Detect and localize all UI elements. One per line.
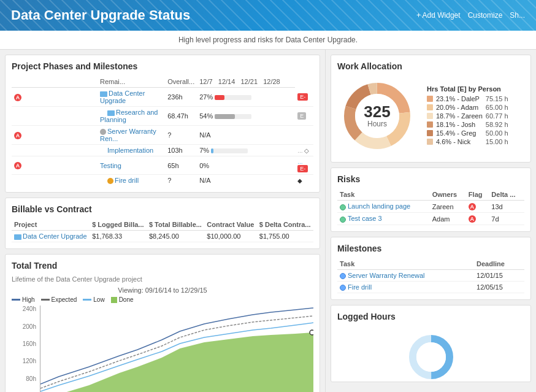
alloc-swatch	[427, 113, 433, 119]
milestone-task-cell[interactable]: Server Warranty Renewal	[337, 270, 474, 282]
risk-flag-cell: A	[466, 201, 489, 213]
alloc-row: 23.1% - DaleP75.15 h	[427, 95, 508, 102]
billable-table: Project $ Logged Billa... $ Total Billab…	[12, 219, 313, 242]
risk-task-cell[interactable]: Test case 3	[337, 213, 430, 225]
gantt-cell: ... ◇	[295, 145, 313, 156]
trend-chart-area	[40, 306, 313, 392]
legend-expected-color	[41, 299, 50, 301]
alloc-value: 65.00 h	[486, 104, 508, 111]
svg-point-1	[310, 330, 313, 335]
overall-cell: 0%	[197, 156, 295, 175]
task-name-cell[interactable]: Testing	[98, 156, 165, 175]
alloc-value: 75.15 h	[486, 95, 508, 102]
task-name-cell[interactable]: Data Center Upgrade	[98, 88, 165, 107]
task-name-text[interactable]: Testing	[100, 162, 121, 169]
task-link[interactable]: Server Warranty Renewal	[348, 272, 425, 279]
risk-delta-cell: 7d	[489, 213, 524, 225]
billable-title: Billable vs Contract	[12, 204, 313, 214]
alloc-row: 20.0% - Adam65.00 h	[427, 104, 508, 111]
alloc-label: 18.1% - Josh	[436, 121, 475, 128]
risks-rows: Launch landing pageZareenA13dTest case 3…	[337, 201, 524, 225]
task-name-text[interactable]: Implementation	[107, 147, 153, 154]
remaining-cell: ?	[165, 175, 197, 186]
logged-body	[337, 326, 524, 375]
alloc-value: 15.00 h	[486, 138, 508, 145]
task-icon	[107, 178, 113, 184]
circle-icon	[340, 217, 346, 223]
task-name-cell[interactable]: Implementation	[98, 145, 165, 156]
task-name-text[interactable]: Fire drill	[115, 177, 139, 184]
gantt-cell	[295, 126, 313, 145]
legend-high-color	[12, 299, 20, 301]
flag-cell: A	[12, 126, 98, 145]
logged-hours-panel: Logged Hours	[331, 305, 531, 382]
y-label-200: 200h	[17, 323, 36, 330]
milestones-rows: Server Warranty Renewal12/01/15Fire dril…	[337, 270, 524, 293]
alloc-row: 4.6% - Nick15.00 h	[427, 138, 508, 145]
legend-high-label: High	[22, 296, 35, 303]
donut-center: 325 Hours	[364, 104, 390, 128]
circle-icon	[340, 273, 346, 279]
add-widget-button[interactable]: + Add Widget	[416, 11, 461, 20]
remaining-cell: 236h	[165, 88, 197, 107]
y-label-160: 160h	[17, 340, 36, 347]
work-alloc-body: 325 Hours Hrs Total [E] by Person 23.1% …	[337, 76, 524, 156]
table-row: Implementation103h7% ... ◇	[12, 145, 313, 156]
gantt-cell: E-	[295, 88, 313, 107]
milestone-task-cell[interactable]: Fire drill	[337, 282, 474, 293]
alloc-row: 18.7% - Zareen60.77 h	[427, 112, 508, 120]
billable-cell: Data Center Upgrade	[12, 231, 90, 242]
flag-icon: A	[14, 94, 21, 101]
billable-cell: $1,755.00	[257, 231, 313, 242]
trend-chart-wrapper: 240h 200h 160h 120h 80h 40h 0h	[17, 306, 313, 392]
flag-cell: A	[12, 156, 98, 175]
subtitle: High level progress and risks for Data C…	[0, 31, 536, 50]
task-name-text[interactable]: Server Warranty Ren...	[100, 128, 156, 142]
table-row: Server Warranty Renewal12/01/15	[337, 270, 524, 282]
alloc-value: 50.00 h	[486, 129, 508, 137]
svg-point-11	[416, 342, 446, 372]
legend-low-label: Low	[93, 296, 104, 303]
legend-high: High	[12, 296, 35, 303]
customize-button[interactable]: Customize	[468, 11, 503, 20]
task-link[interactable]: Launch landing page	[348, 202, 410, 210]
header: Data Center Upgrade Status + Add Widget …	[0, 0, 536, 31]
alloc-row: 15.4% - Greg50.00 h	[427, 129, 508, 137]
task-name-cell[interactable]: Research and Planning	[98, 107, 165, 126]
alloc-rows: 23.1% - DaleP75.15 h20.0% - Adam65.00 h1…	[427, 95, 508, 145]
col-contract: Contract Value	[204, 219, 256, 231]
alloc-legend: Hrs Total [E] by Person 23.1% - DaleP75.…	[427, 85, 508, 147]
task-link[interactable]: Fire drill	[348, 283, 372, 291]
task-name-cell[interactable]: Server Warranty Ren...	[98, 126, 165, 145]
header-actions: + Add Widget Customize Sh...	[416, 11, 525, 20]
progress-bar-fill	[215, 95, 224, 100]
col-flag: Flag	[466, 189, 489, 201]
flag-icon: A	[14, 162, 21, 169]
share-button[interactable]: Sh...	[510, 11, 525, 20]
alloc-label: 23.1% - DaleP	[436, 95, 480, 102]
risks-table: Task Owners Flag Delta ... Launch landin…	[337, 189, 524, 225]
col-deadline: Deadline	[474, 258, 524, 270]
task-link[interactable]: Test case 3	[348, 215, 382, 222]
svg-marker-0	[40, 332, 313, 392]
alloc-row: 18.1% - Josh58.92 h	[427, 121, 508, 128]
col-owners: Owners	[430, 189, 466, 201]
table-row: AData Center Upgrade236h27% E-	[12, 88, 313, 107]
table-row: AServer Warranty Ren...?N/A	[12, 126, 313, 145]
progress-bar-bg	[215, 95, 251, 100]
alloc-value: 60.77 h	[486, 112, 508, 120]
trend-y-axis: 240h 200h 160h 120h 80h 40h 0h	[17, 306, 38, 392]
billable-panel: Billable vs Contract Project $ Logged Bi…	[5, 198, 320, 249]
folder-icon	[107, 110, 115, 116]
alloc-swatch	[427, 139, 433, 145]
risk-task-cell[interactable]: Launch landing page	[337, 201, 430, 213]
remaining-cell: 68.47h	[165, 107, 197, 126]
gantt-dots: ...	[297, 158, 302, 165]
folder-icon	[14, 234, 21, 240]
task-name-cell[interactable]: Fire drill	[98, 175, 165, 186]
project-name[interactable]: Data Center Upgrade	[23, 233, 87, 240]
legend-done-color	[111, 297, 117, 303]
legend-low: Low	[83, 296, 104, 303]
work-alloc-panel: Work Allocation	[331, 55, 531, 163]
table-row: Data Center Upgrade$1,768.33$8,245.00$10…	[12, 231, 313, 242]
